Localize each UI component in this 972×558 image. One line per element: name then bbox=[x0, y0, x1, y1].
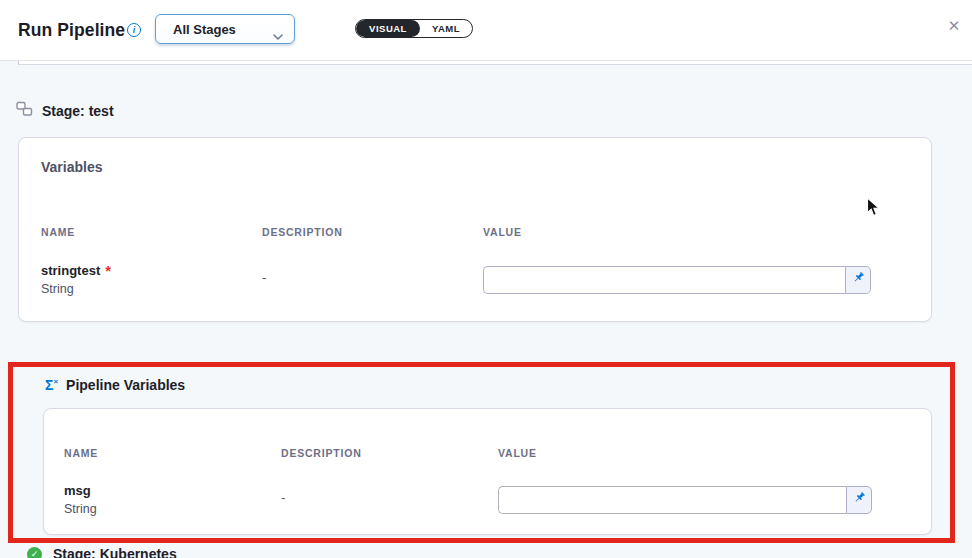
stages-icon bbox=[16, 101, 33, 121]
variable-row-name: msg String bbox=[64, 479, 97, 517]
stage-header-kubernetes: ✓ Stage: Kubernetes bbox=[27, 546, 177, 558]
chevron-down-icon bbox=[273, 26, 283, 44]
column-header-value: VALUE bbox=[498, 447, 537, 459]
column-header-value: VALUE bbox=[483, 226, 522, 238]
mouse-cursor bbox=[866, 197, 881, 222]
pin-icon bbox=[851, 271, 865, 289]
stage-title: Stage: Kubernetes bbox=[53, 546, 177, 558]
value-input[interactable] bbox=[483, 266, 845, 294]
column-header-description: DESCRIPTION bbox=[262, 226, 343, 238]
toggle-visual[interactable]: VISUAL bbox=[356, 20, 420, 37]
stage-selector[interactable]: All Stages bbox=[155, 14, 295, 44]
close-icon[interactable]: ✕ bbox=[944, 16, 964, 36]
variable-description: - bbox=[262, 270, 266, 285]
stage-title: Stage: test bbox=[42, 103, 114, 119]
variable-value-group bbox=[498, 486, 872, 514]
variable-description: - bbox=[281, 490, 285, 505]
pipeline-variables-header: Σ× Pipeline Variables bbox=[45, 377, 185, 393]
variable-name: msg bbox=[64, 483, 91, 498]
run-pipeline-modal: Run Pipeline i All Stages VISUAL YAML ✕ … bbox=[0, 0, 972, 558]
success-check-icon: ✓ bbox=[27, 547, 42, 558]
view-toggle: VISUAL YAML bbox=[355, 19, 473, 38]
pipeline-variables-card: NAME DESCRIPTION VALUE msg String - bbox=[43, 408, 932, 535]
sigma-icon: Σ× bbox=[45, 377, 58, 393]
column-header-name: NAME bbox=[64, 447, 98, 459]
variable-value-group bbox=[483, 266, 871, 294]
pipeline-variables-title: Pipeline Variables bbox=[66, 377, 185, 393]
value-input[interactable] bbox=[498, 486, 846, 514]
variable-type: String bbox=[64, 501, 97, 518]
column-header-description: DESCRIPTION bbox=[281, 447, 362, 459]
variable-name: stringtest bbox=[41, 263, 100, 278]
scrolled-card-remnant bbox=[18, 61, 972, 65]
variable-row-name: stringtest* String bbox=[41, 259, 111, 298]
pin-button[interactable] bbox=[845, 266, 871, 294]
page-title: Run Pipeline bbox=[18, 20, 125, 41]
required-asterisk: * bbox=[105, 262, 111, 279]
toggle-yaml[interactable]: YAML bbox=[420, 20, 472, 37]
column-header-name: NAME bbox=[41, 226, 75, 238]
stage-selector-value: All Stages bbox=[173, 22, 236, 37]
pin-button[interactable] bbox=[846, 486, 872, 514]
variables-card: Variables NAME DESCRIPTION VALUE stringt… bbox=[18, 137, 932, 322]
pin-icon bbox=[852, 491, 866, 509]
info-icon[interactable]: i bbox=[127, 23, 141, 37]
stage-header-test: Stage: test bbox=[16, 101, 114, 121]
variable-type: String bbox=[41, 281, 111, 298]
variables-card-title: Variables bbox=[41, 159, 103, 175]
modal-header: Run Pipeline i All Stages VISUAL YAML ✕ bbox=[0, 0, 972, 61]
